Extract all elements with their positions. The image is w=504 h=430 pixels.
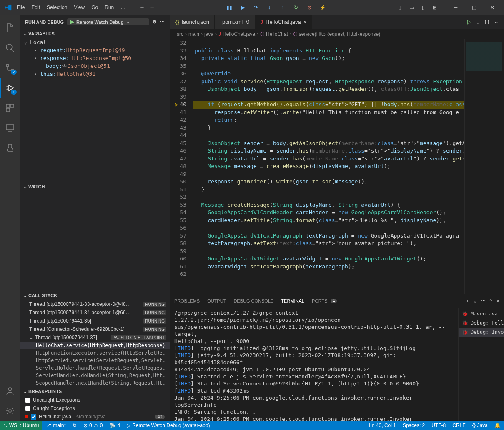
gear-icon[interactable]: ⚙ <box>153 19 157 25</box>
bp-uncaught-checkbox[interactable] <box>25 398 30 403</box>
breadcrumb-item[interactable]: src <box>177 31 183 37</box>
activity-settings-icon[interactable] <box>0 401 20 421</box>
nav-forward-icon[interactable]: → <box>147 2 157 12</box>
tab-terminal[interactable]: Terminal <box>281 297 304 305</box>
thread-item[interactable]: Thread [qtp1500079441-35]running <box>20 317 170 325</box>
window-minimize-icon[interactable]: ─ <box>447 1 464 14</box>
menu-view[interactable]: View <box>70 3 88 12</box>
activity-search-icon[interactable] <box>0 38 20 58</box>
variable-item[interactable]: ›this: HelloChat@31 <box>20 70 170 78</box>
activity-testing-icon[interactable] <box>0 138 20 158</box>
more-icon[interactable]: ⋯ <box>494 19 500 25</box>
editor-tab[interactable]: pom.xmlM <box>215 15 255 29</box>
watch-section-header[interactable]: ⌄ Watch <box>20 182 170 191</box>
bp-file[interactable]: HelloChat.java src/main/java 40 <box>20 412 170 421</box>
tab-output[interactable]: Output <box>207 297 226 305</box>
window-maximize-icon[interactable]: ▢ <box>466 1 482 14</box>
activity-debug-icon[interactable]: 1 <box>0 78 20 98</box>
stack-frame[interactable]: ServletHandler.doHandle(String,Request,H… <box>20 372 170 379</box>
debug-restart-icon[interactable]: ↻ <box>291 2 301 12</box>
terminal-instance[interactable]: 🐞Debug: Invo… <box>459 328 504 337</box>
activity-extensions-icon[interactable] <box>0 98 20 118</box>
close-tab-icon[interactable]: × <box>303 19 307 25</box>
breadcrumb-item[interactable]: ⬡ HelloChat <box>260 31 288 37</box>
tab-ports[interactable]: Ports 4 <box>312 297 337 305</box>
terminal-instance[interactable]: 🐞Maven-avat… <box>459 309 504 318</box>
status-sync[interactable]: ↻ <box>69 422 80 428</box>
activity-account-icon[interactable] <box>0 381 20 401</box>
editor-body[interactable]: 3233343536373839▷40414243444546474849505… <box>170 39 504 294</box>
debug-stepinto-icon[interactable]: ↓ <box>264 2 274 12</box>
status-remote[interactable]: ⇋ WSL: Ubuntu <box>0 421 42 430</box>
callstack-section-header[interactable]: ⌄ Call Stack <box>20 291 170 300</box>
layout-secondary-icon[interactable]: ▯ <box>418 2 428 12</box>
code[interactable]: public class HelloChat implements HttpFu… <box>193 39 464 294</box>
more-icon[interactable]: ⋯ <box>481 298 486 304</box>
variable-item[interactable]: ›request: HttpRequestImpl@49 <box>20 46 170 54</box>
status-debug-session[interactable]: ▷ Remote Watch Debug (avatar-app) <box>123 422 213 428</box>
tab-debugconsole[interactable]: Debug Console <box>233 297 273 305</box>
debug-stepout-icon[interactable]: ↑ <box>278 2 288 12</box>
debug-hotreload-icon[interactable]: ⚡ <box>318 2 328 12</box>
variable-item[interactable]: body: 👁 JsonObject@51 <box>20 62 170 70</box>
status-spaces[interactable]: Spaces: 2 <box>399 422 428 428</box>
tab-problems[interactable]: Problems <box>174 297 200 305</box>
bp-caught[interactable]: Caught Exceptions <box>20 404 170 412</box>
breadcrumb-item[interactable]: ⬡ service(HttpRequest, HttpResponse) <box>293 31 380 37</box>
stack-frame[interactable]: HelloChat.service(HttpRequest,HttpRespon… <box>20 342 170 349</box>
thread-item[interactable]: Thread [qtp1500079441-33-acceptor-0@48…r… <box>20 300 170 308</box>
bp-uncaught[interactable]: Uncaught Exceptions <box>20 396 170 404</box>
layout-primary-icon[interactable]: ▯ <box>395 2 405 12</box>
stack-frame[interactable]: ServletHolder.handle(Request,ServletRequ… <box>20 364 170 372</box>
menu-run[interactable]: Run <box>101 3 117 12</box>
layout-customize-icon[interactable]: ⊞ <box>430 2 440 12</box>
breadcrumb-item[interactable]: java <box>204 31 213 37</box>
maximize-panel-icon[interactable]: ^ <box>490 298 492 304</box>
nav-back-icon[interactable]: ← <box>137 2 147 12</box>
breadcrumbs[interactable]: src› main› java›J HelloChat.java›⬡ Hello… <box>170 29 504 39</box>
breadcrumb-item[interactable]: J HelloChat.java <box>218 31 255 37</box>
status-notifications-icon[interactable]: 🔔 <box>491 422 504 428</box>
thread-item[interactable]: Thread [Connector-Scheduler-6920b0bc-1]r… <box>20 325 170 333</box>
bp-caught-checkbox[interactable] <box>25 406 30 411</box>
variable-item[interactable]: ›response: HttpResponseImpl@50 <box>20 54 170 62</box>
breadcrumb-item[interactable]: main <box>188 31 199 37</box>
menu-more[interactable]: … <box>117 3 129 12</box>
minimap[interactable] <box>464 39 504 294</box>
terminal-output[interactable]: /grpc/grpc-context/1.27.2/grpc-context-1… <box>170 308 458 421</box>
status-lncol[interactable]: Ln 40, Col 1 <box>366 422 399 428</box>
more-icon[interactable]: ⋯ <box>160 19 165 25</box>
menu-go[interactable]: Go <box>88 3 101 12</box>
layout-panel-icon[interactable]: ▭ <box>406 2 416 12</box>
breakpoints-section-header[interactable]: ⌄ Breakpoints <box>20 387 170 396</box>
variables-section-header[interactable]: ⌄ Variables <box>20 29 170 38</box>
status-problems[interactable]: ⊗0 ⚠0 <box>80 422 106 428</box>
debug-config-selector[interactable]: ▶ Remote Watch Debug ⌄ <box>67 18 149 25</box>
chevron-down-icon[interactable]: ⌄ <box>473 298 477 304</box>
stack-frame[interactable]: ScopedHandler.nextHandle(String,Request,… <box>20 379 170 387</box>
stack-frame[interactable]: HttpServlet.service(ServletRequest,Servl… <box>20 357 170 364</box>
menu-edit[interactable]: Edit <box>28 3 43 12</box>
split-editor-icon[interactable]: ⫿⫿ <box>484 19 490 25</box>
scope-local[interactable]: ⌄ Local <box>20 38 170 46</box>
thread-paused[interactable]: ⌄Thread [qtp1500079441-37]paused on brea… <box>20 333 170 342</box>
status-lang[interactable]: {} Java <box>469 422 491 428</box>
activity-explorer-icon[interactable] <box>0 18 20 38</box>
debug-stepover-icon[interactable]: ↷ <box>251 2 261 12</box>
debug-disconnect-icon[interactable]: ⊘ <box>304 2 314 12</box>
chevron-down-icon[interactable]: ⌄ <box>476 19 480 25</box>
new-terminal-icon[interactable]: + <box>466 298 469 304</box>
debug-continue-icon[interactable]: ▶ <box>238 2 248 12</box>
activity-remote-icon[interactable] <box>0 118 20 138</box>
close-panel-icon[interactable]: ✕ <box>496 298 500 304</box>
debug-pause-icon[interactable]: ▮▮ <box>224 2 234 12</box>
status-ports[interactable]: 📡4 <box>106 422 123 428</box>
status-eol[interactable]: CRLF <box>449 422 469 428</box>
debug-start-icon[interactable]: ▷ <box>467 19 471 25</box>
status-encoding[interactable]: UTF-8 <box>428 422 449 428</box>
window-close-icon[interactable]: ✕ <box>484 1 501 14</box>
editor-tab[interactable]: {}launch.json <box>170 15 215 29</box>
stack-frame[interactable]: HttpFunctionExecutor.service(HttpServlet… <box>20 349 170 357</box>
menu-file[interactable]: File <box>13 3 28 12</box>
status-branch[interactable]: ⎇ main* <box>42 422 69 428</box>
